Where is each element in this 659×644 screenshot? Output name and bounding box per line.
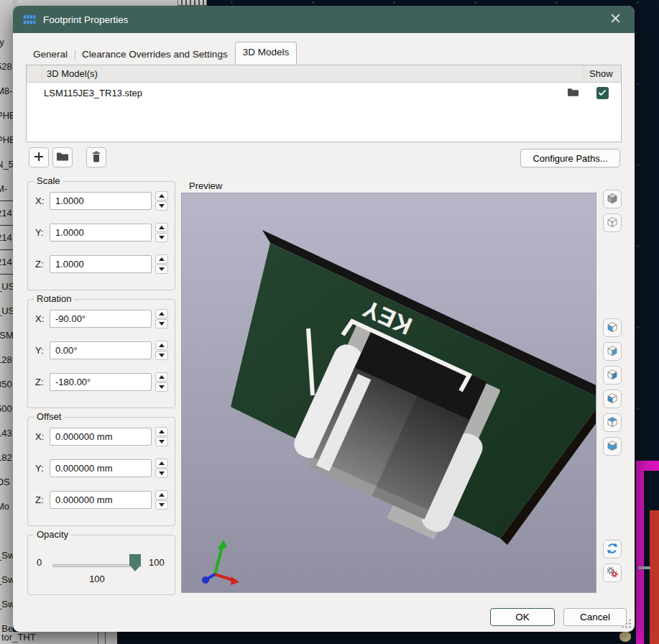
offset-x-spin-up-button[interactable]: [155, 427, 168, 436]
add-model-button[interactable]: [29, 147, 49, 167]
bg-text-fragment: -SM: [0, 323, 13, 348]
rotation-x-spin-down-button[interactable]: [155, 319, 168, 328]
offset-x-input[interactable]: [50, 428, 152, 446]
browse-folder-button[interactable]: [52, 147, 73, 167]
model-file-name[interactable]: LSM115JE3_TR13.step: [27, 88, 562, 98]
scale-group: Scale X: Y: Z:: [27, 181, 175, 290]
offset-z-spin-up-button[interactable]: [155, 490, 168, 500]
scale-group-title: Scale: [34, 175, 63, 186]
tab-3d-models[interactable]: 3D Models: [235, 42, 298, 64]
rotation-group-title: Rotation: [34, 293, 74, 304]
tab-clearance-overrides[interactable]: Clearance Overrides and Settings: [75, 45, 235, 64]
cube-face-left-icon: [606, 321, 619, 336]
delete-model-button[interactable]: [86, 147, 106, 167]
scale-z-spinner: [155, 254, 168, 274]
view-right-button[interactable]: [603, 342, 622, 361]
trash-icon: [91, 151, 101, 165]
rotation-z-input[interactable]: [50, 373, 152, 391]
offset-y-spin-down-button[interactable]: [155, 469, 168, 478]
configure-paths-button[interactable]: Configure Paths...: [520, 149, 620, 167]
show-column-header: Show: [584, 65, 621, 82]
arrow-down-icon: [159, 503, 165, 507]
scale-x-input[interactable]: [50, 192, 152, 210]
rotation-x-spin-up-button[interactable]: [155, 309, 168, 318]
footprint-icon: [23, 14, 36, 25]
offset-y-label: Y:: [35, 463, 44, 474]
scale-z-row: Z:: [28, 255, 175, 274]
opacity-slider-track[interactable]: [52, 564, 142, 567]
ok-button[interactable]: OK: [490, 608, 555, 626]
reload-preview-button[interactable]: [603, 540, 622, 558]
close-icon: [611, 14, 620, 25]
scale-x-spin-up-button[interactable]: [155, 191, 168, 201]
arrow-up-icon: [159, 344, 165, 347]
offset-x-spin-down-button[interactable]: [155, 437, 168, 446]
bg-text-fragment: ry: [0, 30, 13, 55]
bg-text-fragment: 214: [0, 226, 13, 250]
offset-z-spin-down-button[interactable]: [155, 500, 168, 510]
rotation-z-spin-down-button[interactable]: [155, 382, 168, 392]
rotation-y-row: Y:: [28, 341, 175, 360]
render-settings-button[interactable]: [603, 564, 622, 582]
scale-y-spin-up-button[interactable]: [155, 223, 168, 232]
plus-icon: [33, 151, 45, 165]
offset-x-label: X:: [35, 431, 44, 442]
scale-y-input[interactable]: [50, 224, 152, 242]
scale-z-spin-up-button[interactable]: [155, 254, 168, 264]
offset-z-row: Z:: [28, 491, 175, 510]
browse-model-button[interactable]: [562, 87, 584, 99]
offset-group: Offset X: Y: Z:: [27, 417, 175, 526]
offset-z-input[interactable]: [50, 491, 152, 509]
rotation-y-spin-down-button[interactable]: [155, 351, 168, 360]
rotation-x-input[interactable]: [50, 310, 152, 328]
table-row[interactable]: LSM115JE3_TR13.step: [27, 83, 621, 103]
rotation-y-spin-up-button[interactable]: [155, 341, 168, 350]
arrow-down-icon: [159, 440, 165, 443]
scale-z-spin-down-button[interactable]: [155, 264, 168, 274]
opacity-group-title: Opacity: [34, 529, 71, 540]
view-back-button[interactable]: [603, 390, 622, 408]
arrow-down-icon: [159, 385, 165, 389]
scale-z-input[interactable]: [50, 255, 152, 273]
show-model-wireframe-button[interactable]: [603, 213, 622, 232]
cube-face-back-icon: [606, 392, 619, 407]
opacity-group: Opacity 0 100 100: [27, 535, 175, 595]
tab-general[interactable]: General: [26, 45, 75, 64]
arrow-up-icon: [159, 461, 165, 465]
offset-x-spinner: [155, 427, 168, 446]
arrow-down-icon: [159, 354, 165, 357]
cube-face-top-icon: [606, 415, 619, 431]
model-table-header: 3D Model(s) Show: [27, 65, 621, 83]
cancel-button[interactable]: Cancel: [563, 608, 627, 626]
folder-icon: [56, 151, 69, 164]
offset-y-spin-up-button[interactable]: [155, 459, 168, 468]
bg-text-fragment: 143: [0, 421, 13, 446]
arrow-up-icon: [159, 430, 165, 433]
dialog-titlebar[interactable]: Footprint Properties: [13, 6, 635, 33]
opacity-slider-handle[interactable]: [129, 554, 141, 571]
offset-y-input[interactable]: [50, 459, 152, 477]
preview-label: Preview: [189, 180, 222, 191]
view-bottom-button[interactable]: [603, 437, 622, 456]
background-bottom-strip: tor_THT: [0, 632, 659, 644]
rotation-z-spin-up-button[interactable]: [155, 372, 168, 382]
bg-text-fragment: _US: [0, 299, 13, 323]
scale-y-spin-down-button[interactable]: [155, 233, 168, 242]
scale-x-label: X:: [35, 196, 44, 206]
arrow-down-icon: [159, 322, 165, 326]
offset-group-title: Offset: [34, 411, 64, 422]
scale-x-spin-down-button[interactable]: [155, 201, 168, 211]
show-checkbox[interactable]: [596, 87, 609, 99]
view-front-button[interactable]: [603, 366, 622, 385]
cube-solid-icon: [606, 192, 619, 207]
rotation-x-spinner: [155, 309, 168, 328]
close-button[interactable]: [604, 10, 626, 29]
dialog-title: Footprint Properties: [43, 14, 129, 25]
show-model-solid-button[interactable]: [603, 190, 622, 208]
view-top-button[interactable]: [603, 413, 622, 432]
rotation-y-input[interactable]: [50, 341, 152, 359]
bg-text-fragment: M8-: [0, 79, 13, 104]
view-left-button[interactable]: [603, 318, 622, 337]
3d-preview-viewport[interactable]: KEY: [181, 193, 596, 593]
arrow-up-icon: [159, 493, 165, 497]
